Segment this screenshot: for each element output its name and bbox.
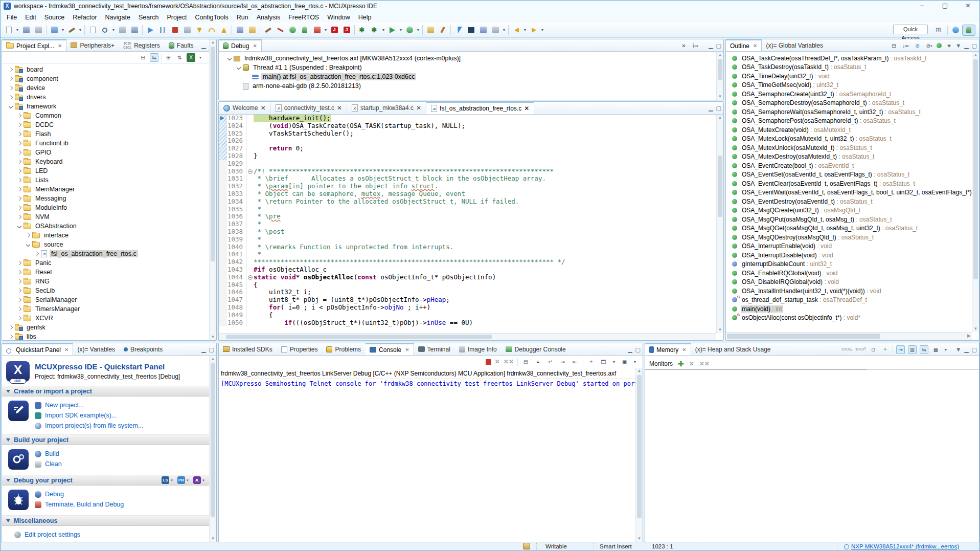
build-button-dropdown-icon[interactable]: ▼ <box>78 24 83 36</box>
link-memory-rendering-icon[interactable]: ⇥ <box>896 345 905 354</box>
tree-item-timersmanager[interactable]: TimersManager <box>2 304 209 314</box>
outline-item[interactable]: OSA_TimeDelay(uint32_t) : void <box>726 72 972 81</box>
terminal-button[interactable] <box>465 24 477 36</box>
menu-search[interactable]: Search <box>134 13 163 22</box>
open-console-icon[interactable]: ▣ <box>620 358 629 366</box>
skip-breakpoints-button-dropdown-icon[interactable]: ▼ <box>60 24 65 36</box>
pin-memory-icon[interactable]: ⌖ <box>881 345 890 354</box>
chevron-right-icon[interactable] <box>9 68 13 72</box>
chevron-right-icon[interactable] <box>17 196 21 201</box>
tab-console[interactable]: Console✕ <box>366 343 414 355</box>
outline-item[interactable]: OSA_MutexUnlock(osaMutexId_t) : osaStatu… <box>726 143 972 152</box>
mcux-filter-icon[interactable]: X <box>187 53 195 62</box>
section-debug-your-project[interactable]: Debug your projectLS▼PR▼JL▼ <box>2 475 209 486</box>
instruction-stepping-button[interactable] <box>234 24 246 36</box>
chevron-right-icon[interactable] <box>17 178 21 182</box>
focus-working-set-icon[interactable]: ⊞ <box>164 53 173 62</box>
tree-item-common[interactable]: Common <box>2 111 209 120</box>
tree-item-device[interactable]: device <box>2 83 209 93</box>
tree-item-memmanager[interactable]: MemManager <box>2 185 209 194</box>
tab-problems[interactable]: Problems <box>322 343 366 355</box>
qs-maximize-icon[interactable]: ▢ <box>209 346 214 353</box>
chevron-down-icon[interactable] <box>9 104 13 108</box>
tab-registers[interactable]: 10100101Registers <box>119 39 165 51</box>
outline-item[interactable]: OSA_InterruptDisable(void) : void <box>726 251 972 260</box>
link-side-by-side-icon[interactable]: ⇆ <box>920 345 928 354</box>
tree-item-panic[interactable]: Panic <box>2 258 209 268</box>
remove-all-monitors-icon[interactable]: ✕✕ <box>699 360 710 367</box>
tree-item-rng[interactable]: RNG <box>2 277 209 286</box>
section-collapse-icon[interactable] <box>6 438 10 442</box>
sort-button[interactable] <box>489 24 502 36</box>
menu-project[interactable]: Project <box>163 13 191 22</box>
step-return-button[interactable] <box>218 24 230 36</box>
editor-tab-fsl-os-abstraction-free-rtos-c[interactable]: .cfsl_os_abstraction_free_rtos.c✕ <box>426 102 534 114</box>
import-memory-icon[interactable]: 1010⤒ <box>855 347 866 351</box>
tab-terminal[interactable]: Terminal <box>414 343 455 355</box>
debug-link[interactable]: Debug <box>35 491 124 498</box>
outline-item[interactable]: OSA_MsgQPut(osaMsgQId_t, osaMsg_t) : osa… <box>726 215 972 224</box>
outline-item[interactable]: OSA_SemaphoreWait(osaSemaphoreId_t, uint… <box>726 107 972 117</box>
chevron-right-icon[interactable] <box>17 169 21 173</box>
minimize-button[interactable]: – <box>910 1 933 12</box>
outline-item[interactable]: os_thread_def_startup_task : osaThreadDe… <box>726 296 972 305</box>
skip-breakpoints-button[interactable] <box>48 24 60 36</box>
code-editor[interactable]: 1023 hardware_init();1024 (void)OSA_Task… <box>219 115 716 333</box>
outline-collapse-all-icon[interactable]: ⊟ <box>890 41 898 50</box>
new-memory-tab-icon[interactable]: 🗋︎ <box>869 345 878 354</box>
open-element-button[interactable] <box>116 24 128 36</box>
outline-item[interactable]: OSA_SemaphoreDestroy(osaSemaphoreId_t) :… <box>726 99 972 108</box>
settings-link[interactable]: Edit project settings <box>14 531 80 538</box>
tab-quickstart-panel[interactable]: Quickstart Panel✕ <box>2 343 73 355</box>
tree-item-component[interactable]: component <box>2 74 209 83</box>
resume-button[interactable] <box>144 24 156 36</box>
azure-rtos-button-dropdown-icon[interactable]: ▼ <box>381 24 386 36</box>
tree-item-drivers[interactable]: drivers <box>2 93 209 102</box>
maximize-view-icon[interactable]: ▢ <box>716 42 721 49</box>
close-icon[interactable]: ✕ <box>253 43 257 49</box>
collapse-all-icon[interactable]: ⊟ <box>139 53 147 62</box>
attach-button[interactable] <box>437 24 449 36</box>
section-collapse-icon[interactable] <box>6 390 10 393</box>
project-explorer-scrollbar[interactable]: ▲▼ <box>209 39 216 340</box>
run-button-dropdown-icon[interactable]: ▼ <box>398 24 403 36</box>
outline-item[interactable]: OSA_DisableIRQGlobal(void) : void <box>726 278 972 287</box>
chevron-right-icon[interactable] <box>17 215 21 219</box>
tree-item-flash[interactable]: Flash <box>2 129 209 139</box>
remove-launch-icon[interactable]: ✕ <box>495 358 500 365</box>
outline-item[interactable]: OSA_MutexDestroy(osaMutexId_t) : osaStat… <box>726 152 972 162</box>
restart-button[interactable] <box>246 24 258 36</box>
editor-tab-welcome[interactable]: Welcome✕ <box>219 102 271 114</box>
external-tools-button[interactable] <box>403 24 416 36</box>
chevron-right-icon[interactable] <box>26 233 30 237</box>
disconnect-button[interactable] <box>181 24 193 36</box>
debug-view-menu-icon[interactable]: i⇒ <box>691 41 700 50</box>
new-wizard-button-dropdown-icon[interactable]: ▼ <box>15 24 20 36</box>
outline-item[interactable]: OSA_MutexCreate(void) : osaMutexId_t <box>726 125 972 135</box>
outline-item[interactable]: OSA_EventClear(osaEventId_t, osaEventFla… <box>726 179 972 188</box>
tab-properties[interactable]: Properties <box>277 343 323 355</box>
hide-non-public-icon[interactable] <box>937 43 942 48</box>
editor-tab-startup-mkw38a4-c[interactable]: .cstartup_mkw38a4.c✕ <box>347 102 426 114</box>
console-minimize-icon[interactable]: ▁ <box>628 346 632 353</box>
section-collapse-icon[interactable] <box>6 519 10 522</box>
menu-run[interactable]: Run <box>233 13 253 22</box>
close-icon[interactable]: ✕ <box>753 43 757 49</box>
console-maximize-icon[interactable]: ▢ <box>635 346 641 353</box>
menu-navigate[interactable]: Navigate <box>101 13 134 22</box>
outline-item[interactable]: OSA_TaskCreate(osaThreadDef_t*, osaTaskP… <box>726 54 972 63</box>
outline-item[interactable]: OSA_InterruptEnable(void) : void <box>726 242 972 251</box>
save-all-button[interactable] <box>32 24 44 36</box>
menu-file[interactable]: File <box>3 13 21 22</box>
outline-link-editor-icon[interactable]: ✳ <box>945 41 953 50</box>
freertos-button[interactable]: ✱ <box>356 24 369 36</box>
outline-hscrollbar[interactable]: ▶ <box>726 332 972 340</box>
qs-minimize-icon[interactable]: ▁ <box>201 346 206 353</box>
chevron-right-icon[interactable] <box>17 187 21 191</box>
tab-project-expl-[interactable]: Project Expl...✕ <box>2 39 66 51</box>
menu-help[interactable]: Help <box>354 13 376 22</box>
tree-item-xcvr[interactable]: XCVR <box>2 314 209 323</box>
display-console-icon[interactable]: 🗔︎ <box>599 358 608 366</box>
probe-ls-button[interactable]: LS▼ <box>162 476 173 484</box>
tree-item-interface[interactable]: interface <box>2 231 209 240</box>
